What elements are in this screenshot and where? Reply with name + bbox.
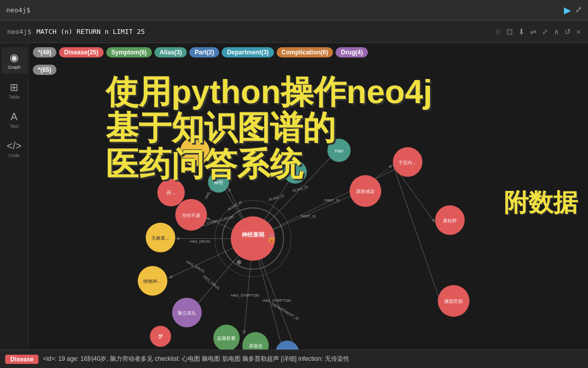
status-text: <id>: 19 age: 16到40岁, 脑力劳动者多见 checklist:… bbox=[43, 355, 349, 363]
main-area: ◉ Graph ⊞ Table A Text </> Code *(49) Di… bbox=[0, 43, 588, 350]
svg-text:尿路感染: 尿路感染 bbox=[356, 189, 375, 194]
query-bar: neo4j$ MATCH (n) RETURN n LIMIT 25 ☆ ⊡ ⬇… bbox=[0, 21, 588, 43]
svg-text:✱: ✱ bbox=[236, 258, 242, 266]
svg-text:益脑胶囊: 益脑胶囊 bbox=[217, 336, 236, 341]
badge-drug[interactable]: Drug(4) bbox=[336, 47, 368, 57]
collapse-icon[interactable]: ∧ bbox=[554, 27, 559, 36]
svg-text:麦粒肿: 麦粒肿 bbox=[443, 218, 457, 223]
svg-text:HAS_DRUG: HAS_DRUG bbox=[190, 239, 210, 244]
title-bar-controls: ▶ ⤢ bbox=[564, 5, 582, 16]
share-icon[interactable]: ⇌ bbox=[530, 27, 537, 36]
svg-text:Han: Han bbox=[335, 148, 343, 153]
status-disease-badge: Disease bbox=[5, 355, 38, 364]
svg-text:PART_IS: PART_IS bbox=[325, 198, 340, 203]
fullscreen-icon[interactable]: ⤢ bbox=[542, 27, 548, 36]
svg-text:神勞: 神勞 bbox=[214, 180, 223, 185]
play-button[interactable]: ▶ bbox=[564, 5, 571, 16]
svg-text:PART_IS: PART_IS bbox=[301, 214, 316, 219]
title-bar: neo4j$ ▶ ⤢ bbox=[0, 0, 588, 21]
sidebar-item-graph[interactable]: ◉ Graph bbox=[2, 47, 27, 74]
svg-text:🔒: 🔒 bbox=[266, 233, 277, 244]
query-input[interactable]: MATCH (n) RETURN n LIMIT 25 bbox=[36, 28, 489, 35]
graph-area[interactable]: *(49) Disease(25) Symptom(6) Alias(3) Pa… bbox=[29, 43, 588, 350]
graph-icon: ◉ bbox=[10, 51, 18, 64]
svg-text:HAS_SYMPTOM: HAS_SYMPTOM bbox=[263, 298, 291, 303]
title-bar-text: neo4j$ bbox=[6, 6, 30, 14]
svg-text:DEPARTMENT_IS: DEPARTMENT_IS bbox=[271, 302, 300, 321]
svg-text:神经衰弱: 神经衰弱 bbox=[241, 231, 264, 238]
status-bar: Disease <id>: 19 age: 16到40岁, 脑力劳动者多见 ch… bbox=[0, 350, 588, 368]
sidebar-label-graph: Graph bbox=[8, 65, 21, 70]
badge-symptom[interactable]: Symptom(6) bbox=[106, 47, 152, 57]
expand-button[interactable]: ⤢ bbox=[575, 5, 582, 16]
svg-text:梦: 梦 bbox=[158, 334, 163, 339]
badge-all-65[interactable]: *(65) bbox=[33, 65, 56, 75]
text-icon: A bbox=[11, 111, 17, 123]
badge-department[interactable]: Department(3) bbox=[222, 47, 273, 57]
favorite-icon[interactable]: ☆ bbox=[495, 27, 501, 36]
badge-alias[interactable]: Alias(3) bbox=[154, 47, 187, 57]
sidebar-label-text: Text bbox=[10, 124, 18, 129]
svg-text:脑立清丸: 脑立清丸 bbox=[178, 311, 196, 316]
query-prefix: neo4j$ bbox=[7, 28, 31, 35]
sidebar-item-text[interactable]: A Text bbox=[2, 107, 27, 133]
svg-text:腰肌劳损: 腰肌劳损 bbox=[444, 299, 463, 304]
svg-line-10 bbox=[253, 167, 399, 239]
svg-text:HAS_DRUG: HAS_DRUG bbox=[185, 259, 205, 274]
close-icon[interactable]: × bbox=[576, 27, 581, 36]
node-badges-row: *(49) Disease(25) Symptom(6) Alias(3) Pa… bbox=[33, 47, 584, 57]
sidebar-label-table: Table bbox=[9, 94, 20, 100]
svg-text:月经不调: 月经不调 bbox=[182, 213, 200, 218]
svg-text:病…: 病… bbox=[290, 170, 300, 175]
code-icon: </> bbox=[7, 140, 22, 152]
sidebar: ◉ Graph ⊞ Table A Text </> Code bbox=[0, 43, 29, 350]
badge-all-49[interactable]: *(49) bbox=[33, 47, 56, 57]
svg-text:植物神…: 植物神… bbox=[143, 279, 162, 284]
svg-line-16 bbox=[393, 165, 441, 302]
badge-complication[interactable]: Complication(6) bbox=[277, 47, 334, 57]
sidebar-item-code[interactable]: </> Code bbox=[2, 136, 27, 162]
svg-text:子宫内…: 子宫内… bbox=[398, 160, 417, 165]
badge-part[interactable]: Part(2) bbox=[189, 47, 219, 57]
svg-text:易激意: 易激意 bbox=[249, 343, 263, 348]
svg-text:拉肚子: 拉肚子 bbox=[187, 149, 203, 154]
sidebar-item-table[interactable]: ⊞ Table bbox=[2, 77, 27, 104]
badge-disease[interactable]: Disease(25) bbox=[59, 47, 104, 57]
svg-text:ALIAS_IS: ALIAS_IS bbox=[292, 184, 309, 193]
table-icon: ⊞ bbox=[10, 81, 18, 93]
sidebar-label-code: Code bbox=[9, 153, 20, 158]
svg-text:开...: 开... bbox=[166, 190, 176, 196]
svg-text:HAS_DRUG: HAS_DRUG bbox=[202, 274, 221, 291]
svg-text:HAS_SYMPTOM: HAS_SYMPTOM bbox=[231, 293, 259, 298]
node-n13[interactable] bbox=[276, 341, 299, 350]
graph-visualization[interactable]: HAS_COMPLICATION HAS_COMPLICATION HAS_DR… bbox=[29, 43, 588, 350]
refresh-icon[interactable]: ↺ bbox=[564, 27, 571, 36]
download-icon[interactable]: ⬇ bbox=[518, 27, 525, 36]
save-icon[interactable]: ⊡ bbox=[506, 27, 513, 36]
svg-text:天麻素…: 天麻素… bbox=[151, 236, 170, 241]
